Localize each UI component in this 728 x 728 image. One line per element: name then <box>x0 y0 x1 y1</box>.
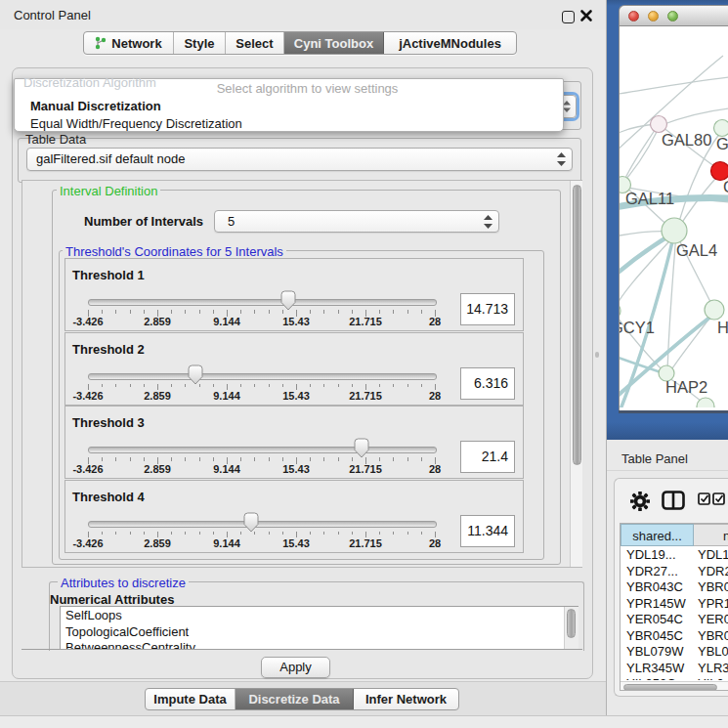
numerical-attributes-list[interactable]: SelfLoopsTopologicalCoefficientBetweenne… <box>60 606 578 650</box>
network-node-h[interactable] <box>705 300 724 320</box>
slider-tick <box>171 457 172 461</box>
table-row[interactable]: YBL079WYBL0 <box>621 643 728 660</box>
slider-tick <box>282 384 283 388</box>
tab-impute-data[interactable]: Impute Data <box>146 689 236 709</box>
number-of-intervals-combobox[interactable]: 5 <box>214 210 499 233</box>
checkbox-checked-icon[interactable] <box>712 492 726 506</box>
attribute-list-item[interactable]: TopologicalCoefficient <box>65 624 189 639</box>
slider-track[interactable] <box>88 299 437 306</box>
threshold-2-panel: Threshold 2-3.4262.8599.14415.4321.71528… <box>64 332 524 406</box>
slider-tick <box>338 457 339 461</box>
table-data-combobox[interactable]: galFiltered.sif default node <box>26 148 573 171</box>
network-window-titlebar[interactable] <box>619 5 728 26</box>
threshold-value-field[interactable]: 11.344 <box>460 515 515 547</box>
settings-gear-icon[interactable] <box>630 492 650 511</box>
window-zoom-icon[interactable] <box>667 11 678 21</box>
slider-scale-label: 9.144 <box>213 537 240 549</box>
network-node-label: GCY1 <box>620 319 655 336</box>
slider-scale-label: 28 <box>429 390 441 402</box>
window-minimize-icon[interactable] <box>648 11 659 21</box>
attributes-list-scrollbar[interactable] <box>564 607 578 649</box>
settings-vertical-scrollbar[interactable] <box>570 181 582 567</box>
slider-tick <box>269 457 270 461</box>
cell-shared-name: YBL079W <box>626 643 694 660</box>
tab-style[interactable]: Style <box>174 32 226 54</box>
table-column-header-shared-name[interactable]: shared... <box>621 524 694 546</box>
slider-thumb[interactable] <box>354 438 369 458</box>
threshold-value-field[interactable]: 21.4 <box>460 441 515 473</box>
slider-tick <box>130 384 131 388</box>
tab-label: Discretize Data <box>248 692 339 707</box>
cyni-mode-tab-bar: Impute DataDiscretize DataInfer Network <box>145 688 459 710</box>
slider-tick <box>421 310 422 314</box>
divider <box>607 470 728 471</box>
slider-tick <box>393 457 394 461</box>
popup-item-equal-width-frequency[interactable]: Equal Width/Frequency Discretization <box>15 115 563 133</box>
slider-tick <box>115 384 116 388</box>
scrollbar-thumb[interactable] <box>567 609 576 638</box>
threshold-value-field[interactable]: 14.713 <box>460 293 515 325</box>
tab-cyni-toolbox[interactable]: Cyni Toolbox <box>284 32 384 54</box>
table-row[interactable]: YDR27...YDR2 <box>621 563 728 579</box>
network-canvas[interactable]: GAL80GCGAL11GAL4GCY1HHAP2 <box>619 26 728 410</box>
threshold-label: Threshold 2 <box>72 342 145 357</box>
slider-tick <box>310 384 311 388</box>
table-horizontal-scrollbar[interactable] <box>621 681 728 691</box>
slider-track[interactable] <box>88 521 437 528</box>
slider-scale-label: -3.426 <box>72 390 103 402</box>
cell-shared-name: YBR045C <box>626 627 694 644</box>
table-row[interactable]: YER054CYER0 <box>621 611 728 627</box>
checkbox-checked-icon[interactable] <box>698 492 711 506</box>
slider-tick <box>213 457 214 461</box>
tab-discretize-data[interactable]: Discretize Data <box>236 689 354 709</box>
slider-track[interactable] <box>88 373 437 380</box>
network-edge <box>623 124 659 183</box>
window-close-icon[interactable] <box>628 11 639 21</box>
scrollbar-thumb[interactable] <box>623 684 717 691</box>
table-row[interactable]: YLR345WYLR3 <box>621 660 728 676</box>
network-icon <box>95 36 107 50</box>
slider-tick <box>240 310 241 314</box>
tab-network[interactable]: Network <box>84 32 174 54</box>
slider-tick <box>407 310 408 314</box>
scrollbar-thumb[interactable] <box>573 185 581 465</box>
float-window-icon[interactable] <box>562 11 575 23</box>
split-columns-icon[interactable] <box>662 491 685 510</box>
table-row[interactable]: YDL19...YDL1 <box>621 546 728 563</box>
slider-tick <box>352 310 353 314</box>
slider-tick <box>352 384 353 388</box>
cell-shared-name: YBR043C <box>626 578 694 595</box>
slider-tick <box>421 384 422 388</box>
network-node-label: HAP2 <box>665 378 707 396</box>
split-pane-handle[interactable] <box>595 352 599 358</box>
network-node-g[interactable] <box>714 120 728 137</box>
threshold-value-field[interactable]: 6.316 <box>460 367 515 400</box>
slider-scale-label: -3.426 <box>72 537 103 549</box>
table-panel-title: Table Panel <box>621 451 688 466</box>
table-row[interactable]: YBR043CYBR0 <box>621 578 728 595</box>
apply-button[interactable]: Apply <box>261 657 330 678</box>
network-node-gcy1[interactable] <box>620 302 621 320</box>
cell-shared-name: YER054C <box>626 611 694 627</box>
table-row[interactable]: YIL052CYIL0 <box>621 675 728 680</box>
slider-track[interactable] <box>88 447 437 453</box>
slider-tick <box>254 310 255 314</box>
tab-infer-network[interactable]: Infer Network <box>354 689 458 709</box>
network-edge <box>620 77 728 97</box>
slider-thumb[interactable] <box>280 290 296 311</box>
table-column-header-name[interactable]: n <box>694 524 728 546</box>
table-row[interactable]: YBR045CYBR0 <box>621 627 728 644</box>
attribute-list-item[interactable]: SelfLoops <box>65 608 122 622</box>
tab-jactivemnodules[interactable]: jActiveMNodules <box>384 32 516 54</box>
slider-thumb[interactable] <box>243 512 259 533</box>
table-row[interactable]: YPR145WYPR1 <box>621 595 728 612</box>
network-node-gal80[interactable] <box>651 116 667 133</box>
slider-thumb[interactable] <box>188 364 203 385</box>
close-icon[interactable] <box>579 9 593 22</box>
popup-item-manual-discretization[interactable]: Manual Discretization <box>15 98 563 115</box>
tab-select[interactable]: Select <box>226 32 284 54</box>
slider-tick <box>102 384 103 388</box>
network-node-gal4[interactable] <box>662 218 687 243</box>
slider-tick <box>310 532 311 535</box>
slider-scale-label: 2.859 <box>144 390 171 402</box>
